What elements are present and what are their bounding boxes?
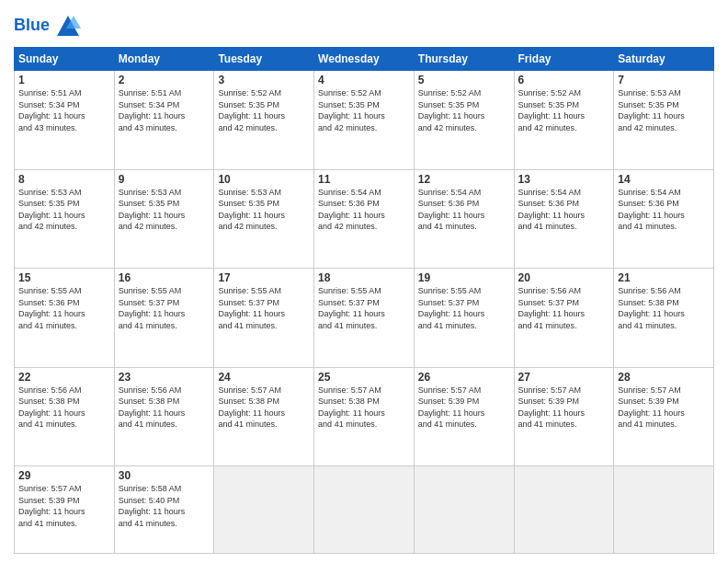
day-info: Sunrise: 5:54 AM Sunset: 5:36 PM Dayligh…	[618, 187, 710, 233]
day-number: 21	[618, 271, 710, 284]
day-number: 1	[18, 74, 110, 86]
day-number: 2	[119, 74, 210, 86]
calendar-cell: 17Sunrise: 5:55 AM Sunset: 5:37 PM Dayli…	[214, 269, 314, 368]
day-number: 8	[18, 173, 110, 186]
calendar-cell: 16Sunrise: 5:55 AM Sunset: 5:37 PM Dayli…	[114, 269, 214, 368]
day-info: Sunrise: 5:57 AM Sunset: 5:39 PM Dayligh…	[18, 483, 110, 529]
day-info: Sunrise: 5:54 AM Sunset: 5:36 PM Dayligh…	[318, 187, 410, 233]
day-info: Sunrise: 5:56 AM Sunset: 5:38 PM Dayligh…	[618, 285, 710, 331]
day-info: Sunrise: 5:57 AM Sunset: 5:38 PM Dayligh…	[218, 385, 310, 431]
calendar-cell: 14Sunrise: 5:54 AM Sunset: 5:36 PM Dayli…	[614, 169, 714, 269]
day-info: Sunrise: 5:56 AM Sunset: 5:37 PM Dayligh…	[518, 285, 610, 331]
calendar-cell: 10Sunrise: 5:53 AM Sunset: 5:35 PM Dayli…	[214, 169, 314, 269]
calendar-cell	[314, 466, 415, 554]
calendar-cell: 13Sunrise: 5:54 AM Sunset: 5:36 PM Dayli…	[514, 169, 614, 269]
day-number: 11	[318, 173, 410, 186]
calendar-cell: 28Sunrise: 5:57 AM Sunset: 5:39 PM Dayli…	[614, 367, 714, 466]
calendar-cell: 22Sunrise: 5:56 AM Sunset: 5:38 PM Dayli…	[15, 367, 115, 466]
day-info: Sunrise: 5:53 AM Sunset: 5:35 PM Dayligh…	[218, 187, 310, 233]
day-number: 16	[119, 271, 210, 284]
day-number: 12	[418, 173, 510, 186]
day-number: 14	[618, 173, 710, 186]
day-info: Sunrise: 5:55 AM Sunset: 5:37 PM Dayligh…	[318, 285, 410, 331]
logo-icon	[55, 14, 81, 40]
calendar-cell: 20Sunrise: 5:56 AM Sunset: 5:37 PM Dayli…	[514, 269, 614, 368]
calendar-cell: 21Sunrise: 5:56 AM Sunset: 5:38 PM Dayli…	[614, 269, 714, 368]
calendar-cell: 5Sunrise: 5:52 AM Sunset: 5:35 PM Daylig…	[414, 71, 514, 170]
col-header-friday: Friday	[514, 48, 614, 71]
col-header-thursday: Thursday	[414, 48, 514, 71]
day-number: 17	[218, 271, 310, 284]
col-header-tuesday: Tuesday	[214, 48, 314, 71]
day-number: 3	[218, 74, 310, 86]
day-info: Sunrise: 5:53 AM Sunset: 5:35 PM Dayligh…	[18, 187, 110, 233]
calendar-cell: 24Sunrise: 5:57 AM Sunset: 5:38 PM Dayli…	[214, 367, 314, 466]
day-info: Sunrise: 5:55 AM Sunset: 5:37 PM Dayligh…	[418, 285, 510, 331]
day-number: 28	[618, 371, 710, 384]
calendar-cell: 27Sunrise: 5:57 AM Sunset: 5:39 PM Dayli…	[514, 367, 614, 466]
col-header-wednesday: Wednesday	[314, 48, 415, 71]
calendar-cell: 12Sunrise: 5:54 AM Sunset: 5:36 PM Dayli…	[414, 169, 514, 269]
day-number: 22	[18, 371, 110, 384]
calendar-cell: 9Sunrise: 5:53 AM Sunset: 5:35 PM Daylig…	[114, 169, 214, 269]
day-number: 6	[518, 74, 610, 86]
day-number: 4	[318, 74, 410, 86]
calendar-cell	[214, 466, 314, 554]
day-number: 5	[418, 74, 510, 86]
day-info: Sunrise: 5:52 AM Sunset: 5:35 PM Dayligh…	[518, 87, 610, 133]
day-info: Sunrise: 5:58 AM Sunset: 5:40 PM Dayligh…	[119, 483, 210, 529]
day-number: 13	[518, 173, 610, 186]
calendar-cell: 8Sunrise: 5:53 AM Sunset: 5:35 PM Daylig…	[15, 169, 115, 269]
calendar-cell: 25Sunrise: 5:57 AM Sunset: 5:38 PM Dayli…	[314, 367, 415, 466]
day-number: 7	[618, 74, 710, 86]
day-number: 30	[119, 469, 210, 482]
day-info: Sunrise: 5:52 AM Sunset: 5:35 PM Dayligh…	[318, 87, 410, 133]
day-number: 29	[18, 469, 110, 482]
day-number: 25	[318, 371, 410, 384]
day-info: Sunrise: 5:54 AM Sunset: 5:36 PM Dayligh…	[518, 187, 610, 233]
calendar-cell: 29Sunrise: 5:57 AM Sunset: 5:39 PM Dayli…	[15, 466, 115, 554]
calendar-cell: 23Sunrise: 5:56 AM Sunset: 5:38 PM Dayli…	[114, 367, 214, 466]
day-info: Sunrise: 5:56 AM Sunset: 5:38 PM Dayligh…	[119, 385, 210, 431]
day-info: Sunrise: 5:57 AM Sunset: 5:39 PM Dayligh…	[618, 385, 710, 431]
day-info: Sunrise: 5:52 AM Sunset: 5:35 PM Dayligh…	[418, 87, 510, 133]
calendar-cell	[514, 466, 614, 554]
day-number: 20	[518, 271, 610, 284]
calendar-cell	[414, 466, 514, 554]
page: Blue SundayMondayTuesdayWednesdayThursda…	[0, 0, 728, 563]
calendar-cell: 4Sunrise: 5:52 AM Sunset: 5:35 PM Daylig…	[314, 71, 415, 170]
calendar-cell: 1Sunrise: 5:51 AM Sunset: 5:34 PM Daylig…	[15, 71, 115, 170]
logo-blue-text: Blue	[14, 16, 50, 34]
day-info: Sunrise: 5:55 AM Sunset: 5:37 PM Dayligh…	[119, 285, 210, 331]
calendar-cell: 19Sunrise: 5:55 AM Sunset: 5:37 PM Dayli…	[414, 269, 514, 368]
header: Blue	[14, 14, 714, 40]
calendar-cell: 3Sunrise: 5:52 AM Sunset: 5:35 PM Daylig…	[214, 71, 314, 170]
day-number: 10	[218, 173, 310, 186]
day-number: 24	[218, 371, 310, 384]
calendar-cell: 6Sunrise: 5:52 AM Sunset: 5:35 PM Daylig…	[514, 71, 614, 170]
day-info: Sunrise: 5:55 AM Sunset: 5:36 PM Dayligh…	[18, 285, 110, 331]
day-info: Sunrise: 5:57 AM Sunset: 5:39 PM Dayligh…	[418, 385, 510, 431]
calendar-cell: 26Sunrise: 5:57 AM Sunset: 5:39 PM Dayli…	[414, 367, 514, 466]
day-number: 27	[518, 371, 610, 384]
calendar-cell	[614, 466, 714, 554]
day-info: Sunrise: 5:57 AM Sunset: 5:38 PM Dayligh…	[318, 385, 410, 431]
day-info: Sunrise: 5:56 AM Sunset: 5:38 PM Dayligh…	[18, 385, 110, 431]
day-info: Sunrise: 5:53 AM Sunset: 5:35 PM Dayligh…	[119, 187, 210, 233]
col-header-monday: Monday	[114, 48, 214, 71]
calendar-cell: 18Sunrise: 5:55 AM Sunset: 5:37 PM Dayli…	[314, 269, 415, 368]
calendar-cell: 2Sunrise: 5:51 AM Sunset: 5:34 PM Daylig…	[114, 71, 214, 170]
day-number: 26	[418, 371, 510, 384]
day-info: Sunrise: 5:52 AM Sunset: 5:35 PM Dayligh…	[218, 87, 310, 133]
day-info: Sunrise: 5:54 AM Sunset: 5:36 PM Dayligh…	[418, 187, 510, 233]
logo: Blue	[14, 14, 81, 40]
day-info: Sunrise: 5:51 AM Sunset: 5:34 PM Dayligh…	[119, 87, 210, 133]
col-header-sunday: Sunday	[15, 48, 115, 71]
day-number: 9	[119, 173, 210, 186]
day-info: Sunrise: 5:57 AM Sunset: 5:39 PM Dayligh…	[518, 385, 610, 431]
day-info: Sunrise: 5:51 AM Sunset: 5:34 PM Dayligh…	[18, 87, 110, 133]
day-info: Sunrise: 5:53 AM Sunset: 5:35 PM Dayligh…	[618, 87, 710, 133]
calendar-cell: 7Sunrise: 5:53 AM Sunset: 5:35 PM Daylig…	[614, 71, 714, 170]
col-header-saturday: Saturday	[614, 48, 714, 71]
day-number: 23	[119, 371, 210, 384]
